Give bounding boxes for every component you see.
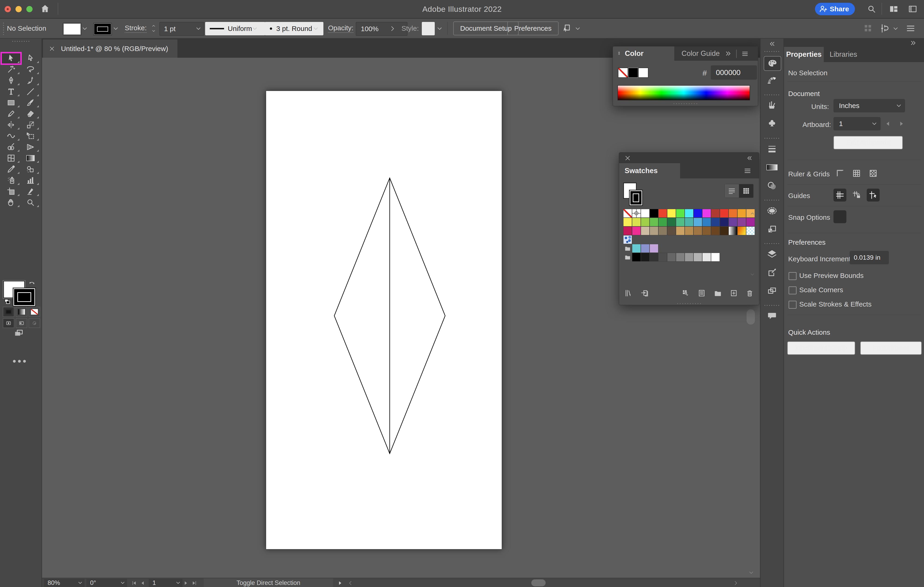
swatch-6C3E9E[interactable] <box>729 218 738 227</box>
checkbox-scale-strokes-effects[interactable] <box>789 301 797 309</box>
swatch-E8392C[interactable] <box>720 209 729 218</box>
scale-tool[interactable] <box>21 119 40 130</box>
swatch-F7ED54[interactable] <box>623 218 632 227</box>
tab-swatches[interactable]: Swatches <box>619 163 680 178</box>
gradient-tool[interactable] <box>21 153 40 164</box>
none-mode-button[interactable] <box>29 307 40 317</box>
draw-inside-button[interactable] <box>29 318 40 328</box>
swatch-gradient-bw[interactable] <box>729 227 738 235</box>
swatch-FFFFFF[interactable] <box>641 209 650 218</box>
prev-artboard-icon[interactable] <box>885 120 892 128</box>
checkbox-scale-corners[interactable] <box>789 286 797 294</box>
first-artboard-icon[interactable] <box>131 580 137 586</box>
color-panel-resize-grip[interactable] <box>673 103 698 105</box>
zoom-tool[interactable] <box>21 197 40 208</box>
snap-point-toggle[interactable] <box>833 210 846 223</box>
swatch-5D4E3F[interactable] <box>667 227 676 235</box>
swatch-EA3BEA[interactable] <box>702 209 711 218</box>
pixel-grid-toggle[interactable] <box>867 167 879 180</box>
dock-panel-artboards[interactable] <box>766 285 778 297</box>
scroll-right-icon[interactable] <box>733 580 739 586</box>
direct-selection-tool[interactable] <box>21 53 40 64</box>
status-display[interactable]: Toggle Direct Selection <box>204 578 333 587</box>
grid-view-button[interactable] <box>739 184 753 197</box>
dock-panel-graphic-styles[interactable] <box>766 223 778 235</box>
swatch-999999[interactable] <box>685 253 693 261</box>
blend-tool[interactable] <box>21 164 40 175</box>
dock-group-grip[interactable] <box>764 243 780 245</box>
collapse-properties-icon[interactable] <box>909 39 918 46</box>
stroke-proxy[interactable] <box>13 288 35 306</box>
eraser-tool[interactable] <box>21 108 40 119</box>
panel-collapse-diamond-icon[interactable] <box>617 50 622 57</box>
swatch-1A1A1A[interactable] <box>641 253 650 261</box>
swap-fill-stroke-icon[interactable] <box>27 280 36 288</box>
color-none-swatch[interactable] <box>618 67 628 78</box>
swatch-AE3A32[interactable] <box>711 209 720 218</box>
screen-mode-icon[interactable] <box>12 329 25 339</box>
hand-tool[interactable] <box>2 197 21 208</box>
collapse-panel-icon[interactable] <box>724 50 733 57</box>
scroll-down-icon[interactable] <box>748 569 754 576</box>
shape-builder-tool[interactable] <box>2 141 21 153</box>
align-options-icon[interactable] <box>863 23 873 33</box>
swatch-8B93CF[interactable] <box>641 244 650 253</box>
previous-artboard-icon[interactable] <box>140 580 146 586</box>
color-group-folder[interactable] <box>623 244 632 253</box>
lock-guides-toggle[interactable] <box>850 189 863 202</box>
symbol-sprayer-tool[interactable] <box>2 175 21 186</box>
selection-tool[interactable] <box>2 53 21 64</box>
checkbox-use-preview-bounds[interactable] <box>789 272 797 280</box>
smart-guides-toggle[interactable] <box>867 189 879 202</box>
swatch-E6E6E6[interactable] <box>702 253 711 261</box>
snap-options-icon[interactable] <box>879 23 889 33</box>
stepper-down-icon[interactable] <box>151 29 157 33</box>
swatch-5BE646[interactable] <box>676 209 685 218</box>
new-swatch-icon[interactable] <box>729 288 738 298</box>
swatch-FFF04A[interactable] <box>667 209 676 218</box>
artboard-nav-dropdown[interactable]: 1 <box>149 579 183 587</box>
swatch-1815E8[interactable] <box>693 209 702 218</box>
type-tool[interactable] <box>2 86 21 97</box>
swatch-A2249B[interactable] <box>746 218 755 227</box>
swatch-CDBBA2[interactable] <box>641 227 650 235</box>
free-transform-tool[interactable] <box>21 130 40 141</box>
swatch-808080[interactable] <box>676 253 685 261</box>
stroke-weight-input[interactable]: 1 pt <box>159 22 204 36</box>
next-artboard-nav-icon[interactable] <box>183 580 188 586</box>
opacity-label[interactable]: Opacity: <box>328 19 353 38</box>
swatch-E8432D[interactable] <box>658 209 667 218</box>
horizontal-scrollbar-thumb[interactable] <box>531 579 546 586</box>
show-swatch-kinds-icon[interactable] <box>681 288 690 298</box>
swatches-stroke-proxy[interactable] <box>630 191 642 205</box>
tab-properties[interactable]: Properties <box>784 47 824 62</box>
color-spectrum-bar[interactable] <box>617 85 750 100</box>
dock-group-grip[interactable] <box>764 94 780 96</box>
swatch-237242[interactable] <box>667 218 676 227</box>
control-bar-grip[interactable] <box>2 22 5 35</box>
swatch-58AEDC[interactable] <box>693 218 702 227</box>
quick-document-setup-button[interactable]: Document Setup <box>787 341 855 355</box>
slice-tool[interactable] <box>21 186 40 197</box>
width-profile-caret-icon[interactable] <box>251 25 258 32</box>
column-graph-tool[interactable] <box>21 175 40 186</box>
dock-panel-symbols[interactable] <box>766 118 778 130</box>
opacity-flyout-icon[interactable] <box>389 25 396 32</box>
swatch-333333[interactable] <box>650 253 658 261</box>
color-group-folder-icon[interactable] <box>624 254 632 261</box>
swatch-C3A5DC[interactable] <box>650 244 658 253</box>
color-group-folder[interactable] <box>623 253 632 261</box>
document-tab[interactable]: Untitled-1* @ 80 % (RGB/Preview) <box>43 39 177 58</box>
swatch-67C9D2[interactable] <box>632 244 641 253</box>
swatch-21418F[interactable] <box>711 218 720 227</box>
swatch-855C30[interactable] <box>702 227 711 235</box>
swatch-B3B3B3[interactable] <box>693 253 702 261</box>
dock-panel-brushes[interactable] <box>766 99 778 112</box>
grid-toggle[interactable] <box>850 167 863 180</box>
style-swatch-dropdown[interactable] <box>422 22 435 35</box>
isolate-mode-icon[interactable] <box>562 23 572 33</box>
swatch-transparency[interactable] <box>746 227 755 235</box>
units-dropdown[interactable]: Inches <box>833 99 905 112</box>
artboard-tool[interactable] <box>2 186 21 197</box>
swatch-registration[interactable] <box>632 209 641 218</box>
